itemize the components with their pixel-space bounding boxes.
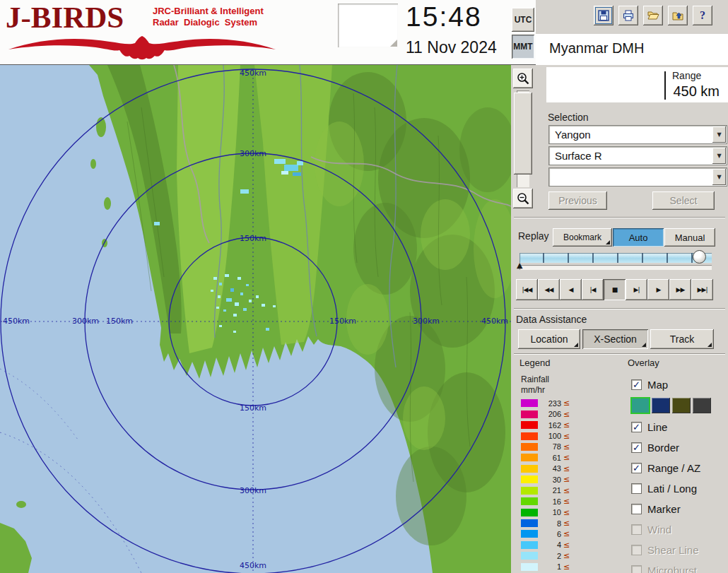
clock-time: 15:48	[406, 1, 482, 33]
checkbox-range-az[interactable]: ✓	[631, 463, 642, 473]
save-button[interactable]	[594, 6, 613, 25]
overlay-item-lati-long[interactable]: Lati / Long	[631, 478, 727, 499]
range-label: Range	[672, 70, 701, 81]
dropdown-arrow-button[interactable]: ▼	[712, 126, 726, 143]
overlay-item-line[interactable]: ✓Line	[631, 417, 727, 437]
legend-lte-sign: ≤	[563, 420, 570, 430]
checkbox-line[interactable]: ✓	[631, 422, 642, 432]
legend-color-swatch	[521, 552, 538, 560]
overlay-item-label: Lati / Long	[647, 483, 697, 495]
legend-entry: 162≤	[521, 420, 592, 430]
svg-text:300km: 300km	[240, 149, 266, 158]
checkbox-marker[interactable]	[631, 504, 642, 514]
legend-lte-sign: ≤	[563, 562, 570, 572]
checkbox-lati-long[interactable]	[631, 483, 642, 494]
data-assistance-location-button[interactable]: Location	[518, 329, 580, 349]
step-forward-button[interactable]: ▶|	[626, 279, 647, 300]
overlay-item-label: Marker	[647, 503, 681, 515]
open-file-button[interactable]	[643, 6, 663, 25]
play-reverse-button[interactable]: ◀	[560, 279, 582, 300]
data-assistance-x-section-button[interactable]: X-Section	[582, 329, 648, 349]
replay-timeline-slider[interactable]	[519, 253, 712, 263]
legend-value: 1	[541, 562, 561, 571]
play-button[interactable]: ▶	[647, 279, 669, 300]
bookmark-button[interactable]: Bookmark	[553, 228, 612, 247]
range-divider-line	[664, 71, 666, 100]
eagle-logo-icon	[4, 34, 278, 61]
fast-forward-button[interactable]: ▶▶	[669, 279, 691, 300]
map-style-swatch-3[interactable]	[672, 398, 691, 413]
timeline-tick-marks	[519, 253, 712, 263]
svg-text:300km: 300km	[413, 317, 440, 326]
legend-value: 6	[541, 530, 561, 538]
svg-text:450km: 450km	[240, 561, 266, 570]
print-icon	[622, 9, 635, 22]
control-panel: Range 450 km Selection Yangon▼Surface R▼…	[511, 65, 728, 573]
svg-text:300km: 300km	[72, 317, 99, 326]
map-style-swatch-1[interactable]	[631, 398, 650, 413]
checkbox-border[interactable]: ✓	[631, 442, 642, 453]
map-zoom-column	[511, 65, 536, 211]
legend-section-label: Legend	[519, 358, 550, 368]
overlay-item-range-az[interactable]: ✓Range / AZ	[631, 458, 727, 478]
dropdown-arrow-button[interactable]: ▼	[712, 169, 726, 185]
step-back-button[interactable]: |◀	[582, 279, 604, 300]
resize-grip-icon	[390, 40, 397, 47]
svg-text:450km: 450km	[481, 317, 508, 326]
zoom-scrollbar-thumb[interactable]	[514, 93, 532, 175]
legend-entry: 100≤	[521, 430, 592, 441]
legend-lte-sign: ≤	[563, 410, 570, 419]
skip-to-start-icon: |◀◀	[522, 286, 532, 293]
legend-value: 78	[541, 442, 561, 451]
dropdown-value: Surface R	[555, 150, 602, 162]
overlay-item-border[interactable]: ✓Border	[631, 437, 727, 458]
legend-entry: 10≤	[521, 507, 592, 517]
checkbox-microburst	[631, 565, 642, 573]
previous-button[interactable]: Previous	[548, 191, 607, 210]
overlay-item-wind: Wind	[631, 519, 727, 540]
map-style-swatch-2[interactable]	[652, 398, 670, 413]
skip-to-start-button[interactable]: |◀◀	[516, 279, 538, 300]
help-button[interactable]: ?	[693, 6, 712, 25]
overlay-item-map[interactable]: ✓Map	[631, 374, 727, 394]
legend-lte-sign: ≤	[563, 551, 570, 560]
chevron-down-icon: ▼	[717, 174, 721, 180]
dropdown-arrow-button[interactable]: ▼	[712, 148, 726, 164]
skip-to-end-button[interactable]: ▶▶|	[691, 279, 713, 300]
selection-dropdown-2[interactable]: Surface R▼	[548, 146, 727, 165]
manual-mode-button[interactable]: Manual	[664, 228, 715, 247]
legend-color-swatch	[521, 519, 538, 527]
checkbox-map[interactable]: ✓	[631, 379, 642, 390]
stop-button[interactable]: ■	[604, 279, 626, 300]
app-logo-title: J-BIRDS	[6, 0, 124, 35]
legend-value: 30	[541, 475, 561, 484]
data-assistance-track-button[interactable]: Track	[650, 329, 714, 349]
zoom-in-button[interactable]	[513, 69, 533, 88]
map-color-swatches	[631, 394, 727, 417]
timezone-mmt-button[interactable]: MMT	[512, 35, 534, 59]
zoom-out-button[interactable]	[513, 189, 533, 208]
fast-rewind-button[interactable]: ◀◀	[538, 279, 560, 300]
timeline-sub-track	[519, 265, 712, 270]
svg-text:150km: 150km	[106, 317, 133, 326]
print-button[interactable]	[618, 6, 638, 25]
auto-mode-button[interactable]: Auto	[613, 228, 664, 247]
selection-dropdown-3[interactable]: ▼	[548, 167, 727, 187]
legend-entry: 30≤	[521, 474, 592, 485]
overlay-item-shear-line: Shear Line	[631, 540, 727, 560]
export-button[interactable]	[668, 6, 688, 25]
legend-lte-sign: ≤	[563, 475, 570, 484]
range-value: 450 km	[673, 83, 720, 100]
legend-color-swatch	[521, 530, 538, 538]
overlay-item-marker[interactable]: Marker	[631, 499, 727, 519]
select-button[interactable]: Select	[652, 191, 715, 210]
selection-section-label: Selection	[548, 112, 589, 123]
radar-map[interactable]: 450km300km150km150km300km450km450km300km…	[0, 65, 511, 573]
legend-color-swatch	[521, 475, 538, 483]
map-style-swatch-4[interactable]	[693, 398, 711, 413]
timezone-utc-button[interactable]: UTC	[512, 8, 534, 32]
selection-dropdown-1[interactable]: Yangon▼	[548, 125, 727, 144]
radar-map-viewport[interactable]: 450km300km150km150km300km450km450km300km…	[0, 65, 511, 573]
legend-color-swatch	[521, 563, 538, 571]
timeline-slider-handle[interactable]	[693, 250, 706, 264]
